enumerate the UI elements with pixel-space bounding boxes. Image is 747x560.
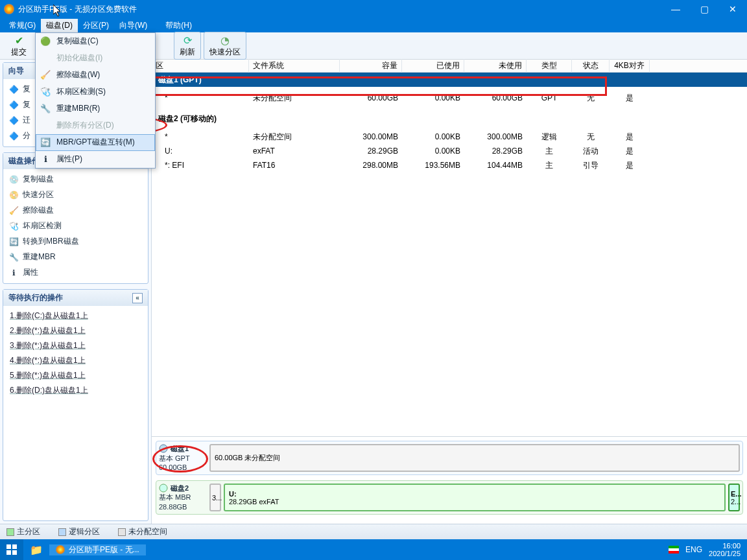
task-app[interactable]: 分区助手PE版 - 无... — [49, 544, 146, 555]
disk-icon — [159, 444, 168, 453]
window-title: 分区助手PE版 - 无损分区免费软件 — [18, 4, 661, 15]
disk2-map[interactable]: 磁盘2 基本 MBR 28.88GB 3... U:28.29GB exFAT … — [156, 480, 743, 515]
titlebar: 分区助手PE版 - 无损分区免费软件 — ▢ ✕ — [0, 0, 747, 18]
dd-item-3[interactable]: 🩺坏扇区检测(S) — [36, 84, 155, 100]
diskop-icon: 🔧 — [8, 252, 19, 262]
pending-item-3[interactable]: 4.删除(*:)盘从磁盘1上 — [3, 353, 148, 368]
menu-wizard[interactable]: 向导(W) — [114, 19, 152, 32]
quick-partition-button[interactable]: ◔ 快速分区 — [204, 32, 246, 60]
dd-icon: 🟢 — [40, 36, 51, 47]
start-button[interactable] — [0, 539, 23, 560]
diskop-item-0[interactable]: 💿复制磁盘 — [3, 172, 148, 187]
swatch-unalloc — [118, 528, 126, 536]
dd-icon: 🔧 — [40, 103, 51, 115]
windows-icon — [6, 544, 17, 555]
refresh-button[interactable]: ⟳ 刷新 — [174, 32, 201, 60]
maximize-button[interactable]: ▢ — [690, 0, 718, 18]
grid-body: 磁盘1 (GPT)*未分配空间60.00GB0.00KB60.00GBGPT无是… — [152, 73, 747, 179]
disk-maps: 磁盘1 基本 GPT 60.00GB 60.00GB 未分配空间 磁盘2 基本 … — [152, 436, 747, 524]
disk-group-1[interactable]: 磁盘2 (可移动的) — [152, 111, 747, 126]
svg-point-1 — [160, 484, 167, 492]
diskop-icon: 🔄 — [8, 237, 19, 247]
svg-point-0 — [160, 445, 167, 452]
dd-icon: 🔄 — [40, 137, 51, 148]
commit-button[interactable]: ✔ 提交 — [5, 32, 32, 60]
menu-disk[interactable]: 磁盘(D) — [41, 19, 78, 32]
partition-row[interactable]: *: EFIFAT16298.00MB193.56MB104.44MB主引导是 — [152, 158, 747, 172]
wizard-icon: 🔷 — [8, 115, 19, 126]
app-icon — [4, 4, 14, 14]
swatch-logical — [58, 528, 66, 536]
swatch-primary — [6, 528, 14, 536]
pending-item-1[interactable]: 2.删除(*:)盘从磁盘1上 — [3, 323, 148, 338]
seg-u[interactable]: U:28.29GB exFAT — [224, 484, 726, 511]
check-icon: ✔ — [12, 34, 25, 47]
diskop-item-6[interactable]: ℹ属性 — [3, 265, 148, 281]
diskop-icon: 🧹 — [8, 205, 19, 216]
pending-title: 等待执行的操作 — [8, 292, 63, 303]
diskops-panel: 磁盘操作« 💿复制磁盘📀快速分区🧹擦除磁盘🩺坏扇区检测🔄转换到MBR磁盘🔧重建M… — [3, 152, 148, 284]
wizard-title: 向导 — [8, 65, 24, 76]
pending-item-2[interactable]: 3.删除(*:)盘从磁盘1上 — [3, 338, 148, 353]
diskop-item-5[interactable]: 🔧重建MBR — [3, 250, 148, 265]
disk-dropdown: 🟢复制磁盘(C)初始化磁盘(I)🧹擦除磁盘(W)🩺坏扇区检测(S)🔧重建MBR(… — [35, 32, 156, 169]
close-button[interactable]: ✕ — [718, 0, 747, 18]
partition-row[interactable]: *未分配空间300.00MB0.00KB300.00MB逻辑无是 — [152, 130, 747, 144]
dd-item-1: 初始化磁盘(I) — [36, 50, 155, 67]
seg-efi[interactable]: E...2... — [728, 484, 740, 511]
menubar: 常规(G) 磁盘(D) 分区(P) 向导(W) 帮助(H) — [0, 18, 747, 32]
dd-item-2[interactable]: 🧹擦除磁盘(W) — [36, 67, 155, 84]
wizard-icon: 🔷 — [8, 100, 19, 110]
pending-item-5[interactable]: 6.删除(D:)盘从磁盘1上 — [3, 383, 148, 398]
diskop-item-4[interactable]: 🔄转换到MBR磁盘 — [3, 234, 148, 250]
menu-help[interactable]: 帮助(H) — [160, 19, 197, 32]
diskop-item-3[interactable]: 🩺坏扇区检测 — [3, 218, 148, 234]
svg-rect-5 — [12, 550, 17, 555]
refresh-icon: ⟳ — [181, 34, 194, 47]
pending-panel: 等待执行的操作« 1.删除(C:)盘从磁盘1上2.删除(*:)盘从磁盘1上3.删… — [3, 289, 148, 521]
svg-rect-4 — [6, 550, 11, 555]
dd-icon: 🧹 — [40, 69, 51, 81]
dd-item-6[interactable]: 🔄MBR/GPT磁盘互转(M) — [36, 134, 155, 151]
disk1-map[interactable]: 磁盘1 基本 GPT 60.00GB 60.00GB 未分配空间 — [156, 441, 743, 475]
app-icon — [56, 545, 65, 554]
dd-icon — [40, 120, 51, 132]
diskop-icon: 💿 — [8, 174, 19, 185]
dd-item-4[interactable]: 🔧重建MBR(R) — [36, 100, 155, 117]
explorer-button[interactable]: 📁 — [23, 539, 49, 560]
dd-icon — [40, 52, 51, 64]
partition-row[interactable]: U:exFAT28.29GB0.00KB28.29GB主活动是 — [152, 144, 747, 158]
dd-item-7[interactable]: ℹ属性(P) — [36, 151, 155, 168]
diskop-icon: ℹ — [8, 268, 19, 278]
svg-rect-3 — [12, 544, 17, 549]
tray-clock[interactable]: 16:00 2020/1/25 — [709, 542, 741, 557]
tray-lang[interactable]: ENG — [685, 545, 702, 554]
diskop-icon: 🩺 — [8, 221, 19, 231]
dd-icon: 🩺 — [40, 86, 51, 98]
partition-row[interactable]: *未分配空间60.00GB0.00KB60.00GBGPT无是 — [152, 91, 747, 105]
wizard-icon: 🔷 — [8, 84, 19, 95]
menu-partition[interactable]: 分区(P) — [78, 19, 114, 32]
minimize-button[interactable]: — — [661, 0, 690, 18]
folder-icon: 📁 — [30, 544, 43, 556]
disk-icon — [159, 484, 168, 493]
wizard-icon: 🔷 — [8, 131, 19, 141]
dd-item-0[interactable]: 🟢复制磁盘(C) — [36, 33, 155, 50]
seg-unalloc[interactable]: 60.00GB 未分配空间 — [209, 444, 740, 472]
dd-item-5: 删除所有分区(D) — [36, 117, 155, 134]
pending-item-0[interactable]: 1.删除(C:)盘从磁盘1上 — [3, 309, 148, 323]
grid-header: 区 文件系统 容量 已使用 未使用 类型 状态 4KB对齐 — [152, 60, 747, 73]
tray-flag-icon[interactable] — [669, 546, 679, 554]
taskbar: 📁 分区助手PE版 - 无... ENG 16:00 2020/1/25 — [0, 539, 747, 560]
menu-general[interactable]: 常规(G) — [4, 19, 41, 32]
collapse-icon[interactable]: « — [132, 293, 143, 303]
diskop-item-1[interactable]: 📀快速分区 — [3, 187, 148, 203]
seg-unalloc-small[interactable]: 3... — [209, 484, 221, 511]
diskop-item-2[interactable]: 🧹擦除磁盘 — [3, 203, 148, 218]
svg-rect-2 — [6, 544, 11, 549]
dd-icon: ℹ — [40, 154, 51, 165]
disk-group-0[interactable]: 磁盘1 (GPT) — [152, 73, 747, 87]
toolbar: ✔ 提交 🟢复制磁盘(C)初始化磁盘(I)🧹擦除磁盘(W)🩺坏扇区检测(S)🔧重… — [0, 32, 747, 60]
diskop-icon: 📀 — [8, 190, 19, 200]
pending-item-4[interactable]: 5.删除(*:)盘从磁盘1上 — [3, 368, 148, 383]
